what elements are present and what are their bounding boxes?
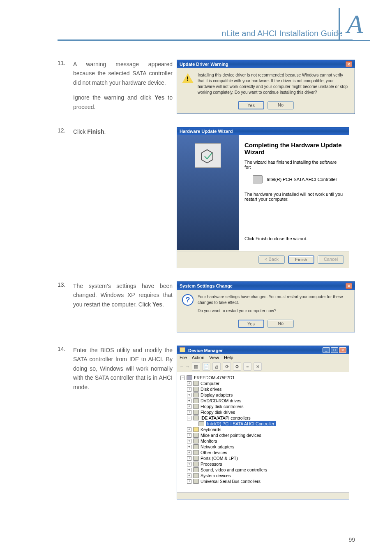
dm-tb-btn-3[interactable]: 🖨: [212, 362, 221, 371]
warning-icon: [182, 72, 194, 84]
dm-tree: − FREEDOM-475F7D1 +Computer +Disk drives…: [177, 372, 349, 492]
node-label: Disk drives: [201, 387, 221, 392]
dm-root-node[interactable]: − FREEDOM-475F7D1: [180, 375, 346, 381]
tree-node[interactable]: +Floppy disk controllers: [187, 404, 346, 409]
dm-tb-btn-2[interactable]: 📄: [202, 362, 210, 371]
ssc-close-button[interactable]: ×: [346, 283, 352, 289]
node-label: Floppy disk drives: [201, 410, 235, 415]
huw-titlebar: Hardware Update Wizard: [177, 128, 349, 135]
udw-close-button[interactable]: ×: [346, 61, 352, 67]
node-label: Network adapters: [201, 444, 234, 449]
dm-tb-btn-5[interactable]: ⚙: [233, 362, 241, 371]
node-label: Monitors: [201, 439, 217, 443]
tree-node[interactable]: +Monitors: [187, 438, 346, 444]
expand-icon[interactable]: +: [187, 427, 191, 432]
ssc-msg1: Your hardware settings have changed. You…: [198, 294, 350, 306]
tree-node[interactable]: +Keyboards: [187, 427, 346, 432]
tree-node[interactable]: +Processors: [187, 461, 346, 467]
step-13-text-col: 13. The system's settings have been chan…: [58, 281, 177, 309]
huw-heading: Completing the Hardware Update Wizard: [244, 142, 343, 155]
step-13-text: The system's settings have been changed.…: [73, 281, 173, 309]
dm-menu-help[interactable]: Help: [224, 355, 233, 360]
udw-title: Update Driver Warning: [180, 62, 228, 67]
udw-message: Installing this device driver is not rec…: [198, 72, 350, 95]
dm-maximize-button[interactable]: □: [331, 347, 338, 353]
node-label: Processors: [201, 462, 222, 466]
dm-toolbar: ← → ▦ 📄 🖨 ⟳ ⚙ ≈ ✕: [177, 361, 349, 372]
tree-node[interactable]: +Universal Serial Bus controllers: [187, 478, 346, 484]
dm-menu-action[interactable]: Action: [192, 355, 205, 360]
expand-icon[interactable]: +: [187, 404, 191, 409]
device-icon: [193, 398, 199, 403]
step-13-figure: System Settings Change × ? Your hardware…: [177, 281, 355, 333]
step-13-b: Yes: [152, 301, 162, 308]
dm-tb-btn-6[interactable]: ≈: [243, 362, 251, 371]
dm-tb-btn-4[interactable]: ⟳: [223, 362, 231, 371]
tree-node[interactable]: +Network adapters: [187, 444, 346, 450]
expand-icon[interactable]: +: [187, 381, 191, 386]
ssc-yes-button[interactable]: Yes: [238, 320, 264, 328]
tree-node[interactable]: +DVD/CD-ROM drives: [187, 398, 346, 404]
ssc-no-button[interactable]: No: [267, 320, 294, 328]
expand-icon[interactable]: +: [187, 387, 191, 392]
expand-icon[interactable]: +: [187, 462, 191, 466]
expand-icon[interactable]: +: [187, 399, 191, 403]
udw-no-button[interactable]: No: [267, 101, 294, 109]
hardware-update-wizard-dialog: Hardware Update Wizard Completing the Ha…: [177, 127, 349, 268]
device-icon: [193, 387, 199, 392]
expand-icon[interactable]: +: [187, 479, 191, 484]
dm-menu-view[interactable]: View: [209, 355, 219, 360]
expand-icon[interactable]: +: [187, 456, 191, 461]
dm-nav-arrows[interactable]: ← →: [180, 364, 190, 369]
huw-cancel-button[interactable]: Cancel: [318, 255, 344, 264]
step-11-num: 11.: [58, 60, 73, 111]
dm-minimize-button[interactable]: _: [323, 347, 330, 353]
tree-node[interactable]: +Computer: [187, 381, 346, 386]
huw-back-button[interactable]: < Back: [258, 255, 285, 264]
tree-node[interactable]: −IDE ATA/ATAPI controllers: [187, 415, 346, 421]
collapse-icon[interactable]: −: [180, 376, 185, 380]
device-icon: [193, 467, 199, 472]
dm-menu-file[interactable]: File: [180, 355, 187, 360]
tree-node[interactable]: +System devices: [187, 473, 346, 478]
dm-tb-btn-7[interactable]: ✕: [254, 362, 262, 371]
node-label: Universal Serial Bus controllers: [201, 479, 261, 484]
tree-node-selected[interactable]: Intel(R) PCH SATA AHCI Controller: [198, 421, 346, 427]
expand-icon[interactable]: +: [187, 468, 191, 472]
step-14-num: 14.: [58, 346, 73, 392]
content-area: 11. A warning message appeared because t…: [58, 60, 355, 513]
expand-icon[interactable]: +: [187, 439, 191, 443]
expand-icon[interactable]: +: [187, 410, 191, 415]
step-11-figure: Update Driver Warning × Installing this …: [177, 60, 355, 115]
collapse-icon[interactable]: −: [187, 416, 191, 420]
udw-yes-button[interactable]: Yes: [238, 101, 264, 109]
tree-node[interactable]: +Mice and other pointing devices: [187, 432, 346, 438]
computer-icon: [187, 375, 192, 380]
tree-node[interactable]: +Other devices: [187, 450, 346, 455]
tree-node[interactable]: +Ports (COM & LPT): [187, 455, 346, 461]
update-driver-warning-dialog: Update Driver Warning × Installing this …: [177, 60, 355, 114]
expand-icon[interactable]: +: [187, 393, 191, 397]
step-14-text-col: 14. Enter the BIOS utility and modify th…: [58, 346, 177, 392]
dm-tb-btn-1[interactable]: ▦: [192, 362, 200, 371]
expand-icon[interactable]: +: [187, 433, 191, 438]
step-13-row: 13. The system's settings have been chan…: [58, 281, 355, 333]
node-label: DVD/CD-ROM drives: [201, 398, 241, 403]
tree-node[interactable]: +Disk drives: [187, 386, 346, 392]
huw-finish-button[interactable]: Finish: [288, 255, 314, 264]
tree-node[interactable]: +Sound, video and game controllers: [187, 467, 346, 473]
dm-close-button[interactable]: ×: [339, 347, 346, 353]
expand-icon[interactable]: +: [187, 473, 191, 478]
tree-node[interactable]: +Floppy disk drives: [187, 409, 346, 415]
node-label-selected: Intel(R) PCH SATA AHCI Controller: [206, 421, 276, 426]
header-title: nLite and AHCI Installation Guide: [221, 29, 343, 38]
node-label: Mice and other pointing devices: [201, 433, 261, 438]
tree-node[interactable]: +Display adapters: [187, 392, 346, 398]
expand-icon[interactable]: +: [187, 445, 191, 449]
device-icon: [193, 473, 199, 478]
page-number: 99: [348, 536, 355, 543]
dm-title: Device Manager: [180, 347, 223, 353]
expand-icon[interactable]: +: [187, 450, 191, 455]
device-icon: [193, 456, 199, 461]
step-14-row: 14. Enter the BIOS utility and modify th…: [58, 346, 355, 500]
